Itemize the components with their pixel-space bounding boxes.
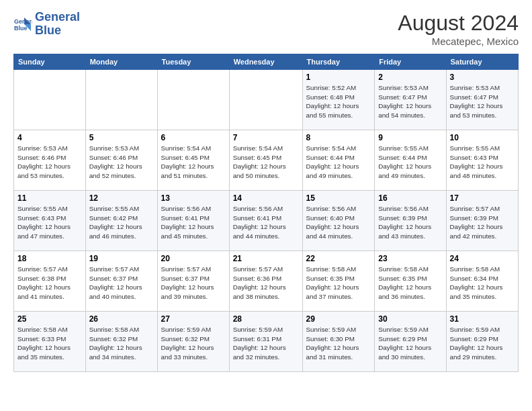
day-number: 13 xyxy=(161,193,226,203)
calendar-cell: 5Sunrise: 5:53 AMSunset: 6:46 PMDaylight… xyxy=(85,130,157,191)
day-number: 9 xyxy=(378,133,442,142)
day-info: Sunrise: 5:55 AMSunset: 6:44 PMDaylight:… xyxy=(378,144,442,181)
calendar-cell: 21Sunrise: 5:57 AMSunset: 6:36 PMDayligh… xyxy=(229,251,302,312)
calendar-cell: 30Sunrise: 5:59 AMSunset: 6:29 PMDayligh… xyxy=(375,312,446,372)
day-info: Sunrise: 5:53 AMSunset: 6:47 PMDaylight:… xyxy=(450,83,515,120)
day-info: Sunrise: 5:58 AMSunset: 6:33 PMDaylight:… xyxy=(17,325,82,362)
day-info: Sunrise: 5:57 AMSunset: 6:37 PMDaylight:… xyxy=(161,265,226,302)
day-info: Sunrise: 5:57 AMSunset: 6:36 PMDaylight:… xyxy=(233,265,299,302)
day-info: Sunrise: 5:59 AMSunset: 6:29 PMDaylight:… xyxy=(450,325,515,362)
calendar-cell: 3Sunrise: 5:53 AMSunset: 6:47 PMDaylight… xyxy=(446,70,519,130)
day-info: Sunrise: 5:56 AMSunset: 6:40 PMDaylight:… xyxy=(306,204,371,241)
day-info: Sunrise: 5:59 AMSunset: 6:29 PMDaylight:… xyxy=(378,325,442,362)
weekday-header-monday: Monday xyxy=(85,54,157,70)
calendar-cell xyxy=(157,70,229,130)
logo-icon: General Blue xyxy=(13,15,32,34)
day-number: 28 xyxy=(233,314,299,324)
day-number: 8 xyxy=(306,133,371,142)
calendar-cell: 12Sunrise: 5:55 AMSunset: 6:42 PMDayligh… xyxy=(85,191,157,251)
calendar-cell: 25Sunrise: 5:58 AMSunset: 6:33 PMDayligh… xyxy=(14,312,86,372)
calendar-cell: 19Sunrise: 5:57 AMSunset: 6:37 PMDayligh… xyxy=(85,251,157,312)
day-info: Sunrise: 5:53 AMSunset: 6:46 PMDaylight:… xyxy=(17,144,82,181)
day-number: 7 xyxy=(233,133,299,142)
calendar-cell: 20Sunrise: 5:57 AMSunset: 6:37 PMDayligh… xyxy=(157,251,229,312)
day-number: 25 xyxy=(17,314,82,324)
calendar-cell: 13Sunrise: 5:56 AMSunset: 6:41 PMDayligh… xyxy=(157,191,229,251)
weekday-header-sunday: Sunday xyxy=(14,54,86,70)
day-info: Sunrise: 5:57 AMSunset: 6:37 PMDaylight:… xyxy=(89,265,154,302)
month-year-title: August 2024 xyxy=(398,11,519,36)
day-number: 11 xyxy=(17,193,82,203)
day-number: 27 xyxy=(161,314,226,324)
day-number: 19 xyxy=(89,254,154,263)
calendar-cell: 14Sunrise: 5:56 AMSunset: 6:41 PMDayligh… xyxy=(229,191,302,251)
day-info: Sunrise: 5:59 AMSunset: 6:30 PMDaylight:… xyxy=(306,325,371,362)
logo-text: GeneralBlue xyxy=(35,11,80,38)
day-info: Sunrise: 5:52 AMSunset: 6:48 PMDaylight:… xyxy=(306,83,371,120)
day-number: 12 xyxy=(89,193,154,203)
calendar-cell: 10Sunrise: 5:55 AMSunset: 6:43 PMDayligh… xyxy=(446,130,519,191)
calendar-cell: 16Sunrise: 5:56 AMSunset: 6:39 PMDayligh… xyxy=(375,191,446,251)
calendar-cell: 9Sunrise: 5:55 AMSunset: 6:44 PMDaylight… xyxy=(375,130,446,191)
day-number: 16 xyxy=(378,193,442,203)
svg-text:Blue: Blue xyxy=(14,25,28,32)
calendar-cell: 28Sunrise: 5:59 AMSunset: 6:31 PMDayligh… xyxy=(229,312,302,372)
day-info: Sunrise: 5:59 AMSunset: 6:32 PMDaylight:… xyxy=(161,325,226,362)
weekday-header-wednesday: Wednesday xyxy=(229,54,302,70)
calendar-cell: 27Sunrise: 5:59 AMSunset: 6:32 PMDayligh… xyxy=(157,312,229,372)
day-number: 23 xyxy=(378,254,442,263)
svg-text:General: General xyxy=(14,18,32,25)
calendar-cell: 17Sunrise: 5:57 AMSunset: 6:39 PMDayligh… xyxy=(446,191,519,251)
calendar-cell: 22Sunrise: 5:58 AMSunset: 6:35 PMDayligh… xyxy=(302,251,375,312)
calendar-cell: 6Sunrise: 5:54 AMSunset: 6:45 PMDaylight… xyxy=(157,130,229,191)
day-info: Sunrise: 5:58 AMSunset: 6:34 PMDaylight:… xyxy=(450,265,515,302)
weekday-header-friday: Friday xyxy=(375,54,446,70)
day-info: Sunrise: 5:55 AMSunset: 6:43 PMDaylight:… xyxy=(450,144,515,181)
day-number: 6 xyxy=(161,133,226,142)
day-number: 21 xyxy=(233,254,299,263)
day-number: 18 xyxy=(17,254,82,263)
calendar-cell: 18Sunrise: 5:57 AMSunset: 6:38 PMDayligh… xyxy=(14,251,86,312)
day-info: Sunrise: 5:55 AMSunset: 6:42 PMDaylight:… xyxy=(89,204,154,241)
day-info: Sunrise: 5:53 AMSunset: 6:47 PMDaylight:… xyxy=(378,83,442,120)
day-info: Sunrise: 5:58 AMSunset: 6:35 PMDaylight:… xyxy=(306,265,371,302)
day-number: 22 xyxy=(306,254,371,263)
day-info: Sunrise: 5:58 AMSunset: 6:35 PMDaylight:… xyxy=(378,265,442,302)
page-header: General Blue GeneralBlue August 2024 Mec… xyxy=(13,11,519,47)
day-info: Sunrise: 5:56 AMSunset: 6:41 PMDaylight:… xyxy=(161,204,226,241)
day-number: 3 xyxy=(450,73,515,82)
calendar-cell: 15Sunrise: 5:56 AMSunset: 6:40 PMDayligh… xyxy=(302,191,375,251)
day-info: Sunrise: 5:59 AMSunset: 6:31 PMDaylight:… xyxy=(233,325,299,362)
day-number: 5 xyxy=(89,133,154,142)
calendar-header: SundayMondayTuesdayWednesdayThursdayFrid… xyxy=(14,54,519,70)
title-block: August 2024 Mecatepec, Mexico xyxy=(398,11,519,47)
weekday-header-thursday: Thursday xyxy=(302,54,375,70)
calendar-week-row: 25Sunrise: 5:58 AMSunset: 6:33 PMDayligh… xyxy=(14,312,519,372)
calendar-cell xyxy=(229,70,302,130)
calendar-body: 1Sunrise: 5:52 AMSunset: 6:48 PMDaylight… xyxy=(14,70,519,372)
day-number: 26 xyxy=(89,314,154,324)
logo: General Blue GeneralBlue xyxy=(13,11,80,38)
day-info: Sunrise: 5:57 AMSunset: 6:38 PMDaylight:… xyxy=(17,265,82,302)
calendar-cell: 26Sunrise: 5:58 AMSunset: 6:32 PMDayligh… xyxy=(85,312,157,372)
day-info: Sunrise: 5:54 AMSunset: 6:45 PMDaylight:… xyxy=(161,144,226,181)
calendar-table: SundayMondayTuesdayWednesdayThursdayFrid… xyxy=(13,54,519,372)
calendar-cell: 4Sunrise: 5:53 AMSunset: 6:46 PMDaylight… xyxy=(14,130,86,191)
day-info: Sunrise: 5:54 AMSunset: 6:45 PMDaylight:… xyxy=(233,144,299,181)
calendar-week-row: 11Sunrise: 5:55 AMSunset: 6:43 PMDayligh… xyxy=(14,191,519,251)
day-number: 10 xyxy=(450,133,515,142)
day-info: Sunrise: 5:56 AMSunset: 6:41 PMDaylight:… xyxy=(233,204,299,241)
day-info: Sunrise: 5:58 AMSunset: 6:32 PMDaylight:… xyxy=(89,325,154,362)
weekday-header-tuesday: Tuesday xyxy=(157,54,229,70)
calendar-week-row: 1Sunrise: 5:52 AMSunset: 6:48 PMDaylight… xyxy=(14,70,519,130)
calendar-cell: 8Sunrise: 5:54 AMSunset: 6:44 PMDaylight… xyxy=(302,130,375,191)
day-info: Sunrise: 5:57 AMSunset: 6:39 PMDaylight:… xyxy=(450,204,515,241)
calendar-week-row: 4Sunrise: 5:53 AMSunset: 6:46 PMDaylight… xyxy=(14,130,519,191)
weekday-header-saturday: Saturday xyxy=(446,54,519,70)
calendar-cell: 2Sunrise: 5:53 AMSunset: 6:47 PMDaylight… xyxy=(375,70,446,130)
calendar-cell: 31Sunrise: 5:59 AMSunset: 6:29 PMDayligh… xyxy=(446,312,519,372)
day-number: 4 xyxy=(17,133,82,142)
day-number: 24 xyxy=(450,254,515,263)
day-number: 2 xyxy=(378,73,442,82)
day-number: 29 xyxy=(306,314,371,324)
